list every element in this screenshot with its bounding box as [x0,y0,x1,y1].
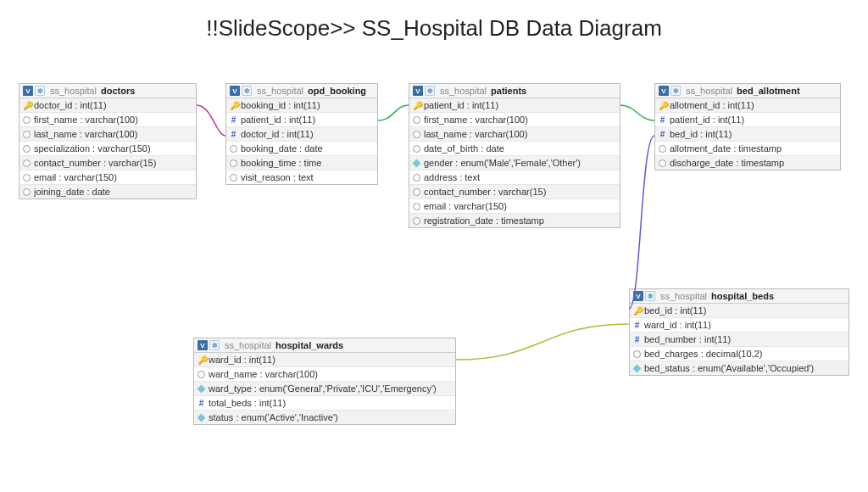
column-type: int(11) [704,334,731,344]
column-type: enum('Active','Inactive') [242,412,338,422]
v-icon: V [633,291,643,301]
colon: : [467,115,475,125]
schema-label: ss_hospital [440,86,487,96]
table-name: opd_booking [308,86,366,96]
gear-icon: ✲ [35,86,45,96]
v-icon: V [230,86,240,96]
column-name: booking_time [241,158,296,168]
colon: : [281,115,289,125]
colon: : [733,158,741,168]
column-row: 🔑allotment_id : int(11) [655,98,840,113]
column-type: varchar(15) [498,187,546,197]
colon: : [698,349,706,359]
column-name: bed_number [644,334,697,344]
column-type: int(11) [680,305,706,316]
column-type: varchar(100) [85,129,137,139]
column-row: #ward_id : int(11) [630,318,849,333]
column-icon [230,159,237,167]
table-columns: 🔑booking_id : int(11)#patient_id : int(1… [226,98,377,184]
column-row: #total_beds : int(11) [194,396,455,411]
key-icon: 🔑 [633,307,641,315]
column-type: int(11) [259,398,286,408]
hash-icon: # [659,116,666,124]
schema-label: ss_hospital [225,340,271,350]
column-row: bed_status : enum('Available','Occupied'… [630,361,849,375]
table-header: V ✲ ss_hospital hospital_beds [630,289,849,304]
colon: : [233,412,241,422]
column-type: int(11) [289,115,315,125]
column-icon [413,131,420,138]
column-row: visit_reason : text [226,171,377,184]
column-type: int(11) [472,100,498,110]
column-type: text [298,172,314,182]
column-icon [413,116,420,124]
relation-line [197,105,225,136]
column-name: registration_date [424,215,493,226]
gear-icon: ✲ [645,291,655,301]
table-bed-allotment: V ✲ ss_hospital bed_allotment 🔑allotment… [654,83,841,171]
column-name: ward_name [209,369,257,379]
colon: : [677,320,685,330]
v-icon: V [413,86,423,96]
table-header: V ✲ ss_hospital hospital_wards [194,338,455,353]
column-name: booking_id [241,100,286,110]
table-name: hospital_wards [275,340,343,350]
column-name: ward_type [209,383,252,394]
schema-label: ss_hospital [660,291,707,301]
colon: : [90,143,97,154]
column-row: #doctor_id : int(11) [226,127,377,142]
column-type: time [304,158,322,168]
table-header: V ✲ ss_hospital bed_allotment [655,84,840,98]
colon: : [478,143,486,154]
column-icon [23,188,31,196]
column-icon [198,371,205,378]
column-row: address : text [409,171,620,185]
colon: : [77,115,85,125]
key-icon: 🔑 [23,102,31,109]
column-icon [23,131,31,138]
column-icon [23,174,31,182]
column-icon [230,145,237,153]
column-name: first_name [424,115,467,125]
page-title: !!SlideScope>> SS_Hospital DB Data Diagr… [0,15,868,42]
column-row: email : varchar(150) [19,171,196,185]
column-type: int(11) [293,100,320,110]
key-icon: 🔑 [659,102,666,109]
column-row: 🔑bed_id : int(11) [630,304,849,318]
column-type: text [465,172,480,182]
column-name: bed_status [644,363,690,373]
relation-line [620,105,654,120]
column-name: specialization [34,143,90,154]
column-type: varchar(150) [97,143,150,154]
table-name: hospital_beds [711,291,774,301]
colon: : [465,100,472,110]
table-name: patients [491,86,526,96]
column-name: last_name [424,129,467,139]
table-header: V ✲ ss_hospital opd_booking [226,84,377,98]
v-icon: V [659,86,669,96]
v-icon: V [198,340,208,350]
table-hospital-wards: V ✲ ss_hospital hospital_wards 🔑ward_id … [193,338,456,425]
table-columns: 🔑patient_id : int(11)first_name : varcha… [409,98,620,227]
v-icon: V [23,86,33,96]
relation-line [456,324,629,360]
column-row: #patient_id : int(11) [226,113,377,127]
column-type: int(11) [685,320,711,330]
column-icon [23,145,31,153]
table-opd-booking: V ✲ ss_hospital opd_booking 🔑booking_id … [225,83,378,185]
column-name: patient_id [241,115,281,125]
table-columns: 🔑allotment_id : int(11)#patient_id : int… [655,98,840,170]
hash-icon: # [633,336,641,344]
column-name: booking_date [241,143,297,154]
table-name: doctors [101,86,135,96]
key-icon: 🔑 [198,356,205,364]
column-row: gender : enum('Male','Female','Other') [409,156,620,171]
colon: : [710,115,718,125]
column-name: contact_number [424,187,491,197]
column-type: int(11) [80,100,106,110]
column-row: #bed_id : int(11) [655,127,840,142]
column-type: varchar(100) [476,115,528,125]
column-type: int(11) [718,115,744,125]
column-row: email : varchar(150) [409,199,620,214]
colon: : [690,363,698,373]
